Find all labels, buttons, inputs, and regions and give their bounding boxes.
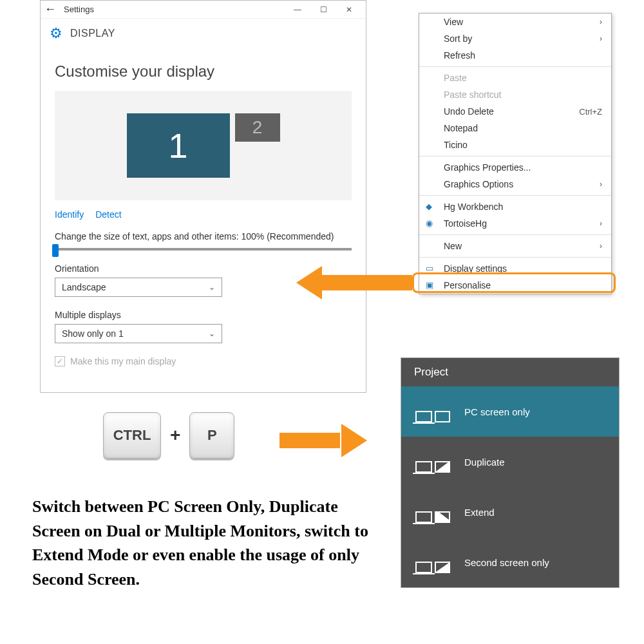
header-row: ⚙ DISPLAY <box>41 19 366 48</box>
cm-refresh[interactable]: Refresh <box>419 47 611 64</box>
monitor-2[interactable]: 2 <box>235 113 280 142</box>
monitor-preview[interactable]: 1 2 <box>55 91 352 200</box>
cm-view[interactable]: View› <box>419 14 611 30</box>
minimize-button[interactable]: — <box>285 5 310 14</box>
plus-icon: + <box>170 425 180 446</box>
cm-ticino[interactable]: Ticino <box>419 137 611 153</box>
detect-link[interactable]: Detect <box>95 209 121 220</box>
ctrl-key: CTRL <box>103 412 161 459</box>
cm-graphics-opts[interactable]: Graphics Options› <box>419 176 611 193</box>
cm-paste-shortcut: Paste shortcut <box>419 86 611 103</box>
separator <box>419 66 611 67</box>
titlebar: ← Settings — ☐ ✕ <box>41 1 366 19</box>
project-label: Duplicate <box>464 457 505 468</box>
project-duplicate[interactable]: Duplicate <box>401 437 619 487</box>
tortoisehg-icon: ◉ <box>426 218 436 229</box>
chevron-right-icon: › <box>600 34 602 43</box>
cm-tortoisehg[interactable]: ◉TortoiseHg› <box>419 215 611 232</box>
back-icon[interactable]: ← <box>44 3 56 16</box>
duplicate-icon <box>415 451 450 473</box>
multiple-dropdown[interactable]: Show only on 1 ⌄ <box>55 324 222 343</box>
window-title: Settings <box>64 5 285 14</box>
size-label: Change the size of text, apps and other … <box>55 231 352 242</box>
separator <box>419 257 611 258</box>
separator <box>419 234 611 235</box>
cm-undo[interactable]: Undo DeleteCtrl+Z <box>419 103 611 120</box>
keyboard-shortcut: CTRL + P <box>103 412 234 459</box>
project-label: Second screen only <box>464 557 549 568</box>
close-button[interactable]: ✕ <box>336 5 362 14</box>
slider-thumb[interactable] <box>52 244 59 257</box>
chevron-right-icon: › <box>600 242 602 251</box>
pc-only-icon <box>415 401 450 422</box>
identify-link[interactable]: Identify <box>55 209 84 220</box>
header-text: DISPLAY <box>70 28 115 39</box>
hg-icon: ◆ <box>426 202 436 212</box>
separator <box>419 156 611 156</box>
project-label: Extend <box>464 507 495 518</box>
gear-icon: ⚙ <box>50 25 62 42</box>
cm-hg[interactable]: ◆Hg Workbench <box>419 198 611 215</box>
cm-graphics-props[interactable]: Graphics Properties... <box>419 159 611 176</box>
project-pc-only[interactable]: PC screen only <box>401 386 619 437</box>
cm-new[interactable]: New› <box>419 238 611 254</box>
monitor-1[interactable]: 1 <box>127 113 230 178</box>
second-only-icon <box>415 551 450 573</box>
p-key: P <box>189 412 234 459</box>
desktop-context-menu: View› Sort by› Refresh Paste Paste short… <box>419 13 612 294</box>
main-display-row: ✓ Make this my main display <box>55 356 352 366</box>
multiple-label: Multiple displays <box>55 310 352 320</box>
page-title: Customise your display <box>55 62 352 80</box>
chevron-down-icon: ⌄ <box>209 329 215 338</box>
chevron-right-icon: › <box>600 180 602 189</box>
chevron-right-icon: › <box>600 17 602 26</box>
caption-text: Switch between PC Screen Only, Duplicate… <box>32 495 380 592</box>
orientation-dropdown[interactable]: Landscape ⌄ <box>55 278 222 297</box>
links-row: Identify Detect <box>55 209 352 220</box>
extend-icon <box>415 501 450 523</box>
project-panel: Project PC screen only Duplicate Extend … <box>401 357 620 588</box>
chevron-down-icon: ⌄ <box>209 283 215 292</box>
maximize-button[interactable]: ☐ <box>310 5 336 14</box>
orientation-value: Landscape <box>62 282 106 292</box>
project-title: Project <box>401 358 619 386</box>
size-slider[interactable] <box>55 248 352 251</box>
multiple-value: Show only on 1 <box>62 328 124 339</box>
main-display-label: Make this my main display <box>70 356 176 366</box>
project-label: PC screen only <box>464 406 530 417</box>
cm-notepad[interactable]: Notepad <box>419 120 611 137</box>
highlight-box <box>412 272 616 293</box>
settings-window: ← Settings — ☐ ✕ ⚙ DISPLAY Customise you… <box>40 0 366 393</box>
main-display-checkbox: ✓ <box>55 356 65 366</box>
arrow-right <box>279 424 367 456</box>
cm-sort[interactable]: Sort by› <box>419 30 611 47</box>
shortcut-text: Ctrl+Z <box>579 107 602 117</box>
chevron-right-icon: › <box>600 219 602 228</box>
settings-content: Customise your display 1 2 Identify Dete… <box>41 48 366 366</box>
project-second-only[interactable]: Second screen only <box>401 537 619 587</box>
arrow-left <box>296 266 419 298</box>
separator <box>419 195 611 196</box>
project-extend[interactable]: Extend <box>401 487 619 537</box>
cm-paste: Paste <box>419 70 611 86</box>
